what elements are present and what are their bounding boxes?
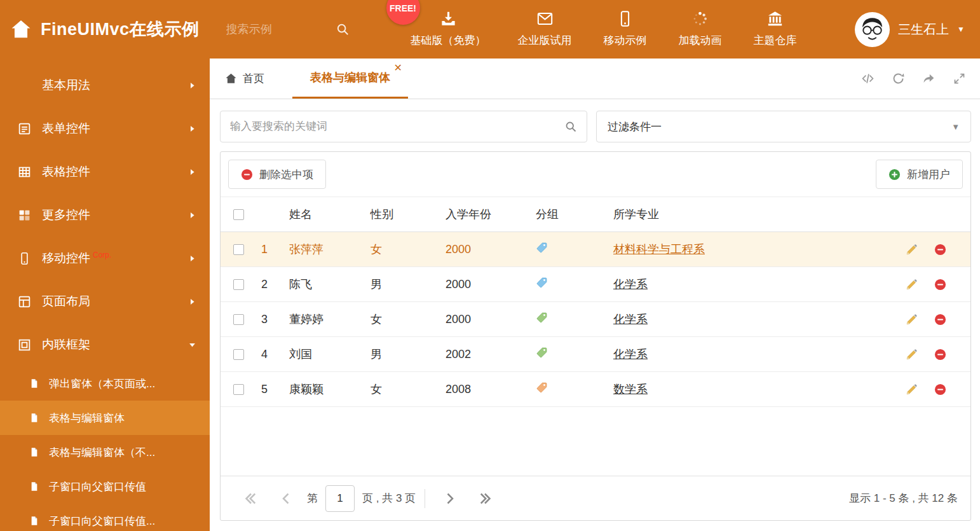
main-area: 首页 表格与编辑窗体 ✕ bbox=[210, 59, 980, 531]
search-icon[interactable] bbox=[336, 22, 350, 36]
header-nav-basic-free[interactable]: FREE!基础版（免费） bbox=[411, 0, 486, 48]
file-icon bbox=[29, 447, 39, 457]
student-name: 陈飞 bbox=[284, 277, 365, 292]
major-link[interactable]: 化学系 bbox=[613, 313, 648, 326]
fullscreen-icon[interactable] bbox=[953, 72, 966, 85]
tag-icon bbox=[536, 312, 548, 324]
header-search bbox=[226, 22, 361, 36]
header-nav-theme-store[interactable]: 主题仓库 bbox=[754, 0, 797, 48]
edit-icon[interactable] bbox=[906, 244, 918, 256]
tab-home-label: 首页 bbox=[243, 71, 264, 86]
source-code-icon[interactable] bbox=[861, 72, 875, 85]
delete-icon[interactable] bbox=[934, 244, 946, 256]
add-user-button[interactable]: 新增用户 bbox=[876, 160, 963, 189]
major-link[interactable]: 化学系 bbox=[613, 278, 648, 291]
table-row[interactable]: 4刘国男2002化学系 bbox=[221, 337, 970, 372]
table-row[interactable]: 5康颖颖女2008数学系 bbox=[221, 372, 970, 407]
row-check-cell bbox=[221, 349, 256, 360]
file-icon bbox=[29, 378, 39, 389]
edit-icon[interactable] bbox=[906, 348, 918, 361]
edit-icon[interactable] bbox=[906, 383, 918, 396]
sidebar-item-table-controls[interactable]: 表格控件 bbox=[0, 150, 210, 193]
file-icon bbox=[29, 413, 39, 423]
next-page-icon[interactable] bbox=[443, 492, 456, 505]
sidebar-item-inline-frame[interactable]: 内联框架 bbox=[0, 323, 210, 366]
tab-bar: 首页 表格与编辑窗体 ✕ bbox=[210, 59, 980, 99]
delete-selected-button[interactable]: 删除选中项 bbox=[228, 160, 326, 189]
last-page-icon[interactable] bbox=[479, 492, 491, 505]
tab-home[interactable]: 首页 bbox=[221, 59, 268, 99]
row-checkbox[interactable] bbox=[233, 279, 244, 290]
edit-icon[interactable] bbox=[906, 314, 918, 326]
blocks-icon bbox=[18, 209, 31, 222]
sidebar-item-basic-usage[interactable]: 基本用法 bbox=[0, 64, 210, 107]
row-checkbox[interactable] bbox=[233, 349, 244, 360]
enroll-year: 2002 bbox=[440, 348, 531, 361]
sidebar-item-more-controls[interactable]: 更多控件 bbox=[0, 193, 210, 237]
select-all-checkbox[interactable] bbox=[233, 209, 244, 220]
body-wrap: 基本用法表单控件表格控件更多控件移动控件Corp.页面布局内联框架弹出窗体（本页… bbox=[0, 59, 980, 531]
home-icon bbox=[225, 72, 237, 85]
tab-grid-edit-window[interactable]: 表格与编辑窗体 ✕ bbox=[292, 59, 408, 99]
delete-icon[interactable] bbox=[934, 348, 946, 361]
major-link[interactable]: 材料科学与工程系 bbox=[613, 243, 705, 256]
row-index: 1 bbox=[256, 243, 284, 256]
sidebar-subitem-grid-edit-window-2[interactable]: 表格与编辑窗体（不... bbox=[0, 435, 210, 469]
row-index: 5 bbox=[256, 383, 284, 396]
group-cell bbox=[531, 347, 608, 362]
column-header-group[interactable]: 分组 bbox=[531, 207, 608, 222]
sidebar-item-page-layout[interactable]: 页面布局 bbox=[0, 280, 210, 323]
header-nav-mobile-demo[interactable]: 移动示例 bbox=[604, 0, 647, 48]
chevron-right-icon bbox=[189, 169, 196, 176]
table-row[interactable]: 3董婷婷女2000化学系 bbox=[221, 302, 970, 337]
sidebar-subitem-grid-edit-window[interactable]: 表格与编辑窗体 bbox=[0, 401, 210, 435]
pager-summary: 显示 1 - 5 条 , 共 12 条 bbox=[849, 491, 958, 506]
major-link[interactable]: 化学系 bbox=[613, 348, 648, 361]
search-icon[interactable] bbox=[564, 120, 577, 133]
column-header-gender[interactable]: 性别 bbox=[365, 207, 440, 222]
row-checkbox[interactable] bbox=[233, 244, 244, 255]
row-checkbox[interactable] bbox=[233, 314, 244, 325]
chevron-right-icon bbox=[189, 212, 196, 219]
close-icon[interactable]: ✕ bbox=[394, 63, 402, 73]
column-header-year[interactable]: 入学年份 bbox=[440, 207, 531, 222]
page-label-prefix: 第 bbox=[307, 491, 318, 506]
open-in-new-icon[interactable] bbox=[922, 72, 936, 85]
frame-icon bbox=[18, 338, 31, 352]
keyword-search-input[interactable] bbox=[230, 120, 564, 133]
mobile-icon bbox=[18, 252, 31, 265]
student-gender: 女 bbox=[365, 382, 440, 397]
group-cell bbox=[531, 242, 608, 257]
table-row[interactable]: 1张萍萍女2000材料科学与工程系 bbox=[221, 232, 970, 267]
row-checkbox[interactable] bbox=[233, 384, 244, 395]
first-page-icon[interactable] bbox=[245, 492, 257, 505]
brand[interactable]: FineUIMvc在线示例 bbox=[10, 18, 200, 41]
delete-icon[interactable] bbox=[934, 279, 946, 291]
enroll-year: 2000 bbox=[440, 243, 531, 256]
data-grid: 姓名性别入学年份分组所学专业1张萍萍女2000材料科学与工程系2陈飞男2000化… bbox=[221, 197, 970, 476]
column-header-name[interactable]: 姓名 bbox=[284, 207, 365, 222]
row-actions bbox=[899, 244, 970, 256]
sidebar: 基本用法表单控件表格控件更多控件移动控件Corp.页面布局内联框架弹出窗体（本页… bbox=[0, 59, 210, 531]
page-number-input[interactable] bbox=[325, 485, 355, 512]
refresh-icon[interactable] bbox=[892, 72, 905, 85]
prev-page-icon[interactable] bbox=[280, 492, 293, 505]
major-link[interactable]: 数学系 bbox=[613, 383, 648, 396]
student-gender: 男 bbox=[365, 277, 440, 292]
header-nav-loading[interactable]: 加载动画 bbox=[679, 0, 722, 48]
sidebar-subitem-child-to-parent-2[interactable]: 子窗口向父窗口传值... bbox=[0, 504, 210, 531]
delete-icon[interactable] bbox=[934, 314, 946, 326]
column-header-major[interactable]: 所学专业 bbox=[608, 207, 899, 222]
sidebar-item-mobile-controls[interactable]: 移动控件Corp. bbox=[0, 237, 210, 280]
user-menu[interactable]: 三生石上 ▼ bbox=[855, 12, 965, 47]
filter-dropdown[interactable]: 过滤条件一 ▼ bbox=[596, 111, 971, 142]
sidebar-subitem-popup-window[interactable]: 弹出窗体（本页面或... bbox=[0, 366, 210, 401]
header-nav-enterprise[interactable]: 企业版试用 bbox=[518, 0, 572, 48]
delete-icon[interactable] bbox=[934, 383, 946, 396]
edit-icon[interactable] bbox=[906, 279, 918, 291]
table-row[interactable]: 2陈飞男2000化学系 bbox=[221, 267, 970, 302]
sidebar-subitem-label: 弹出窗体（本页面或... bbox=[49, 376, 155, 391]
header-search-input[interactable] bbox=[226, 23, 336, 36]
sidebar-item-form-controls[interactable]: 表单控件 bbox=[0, 107, 210, 150]
sidebar-subitem-child-to-parent[interactable]: 子窗口向父窗口传值 bbox=[0, 469, 210, 504]
